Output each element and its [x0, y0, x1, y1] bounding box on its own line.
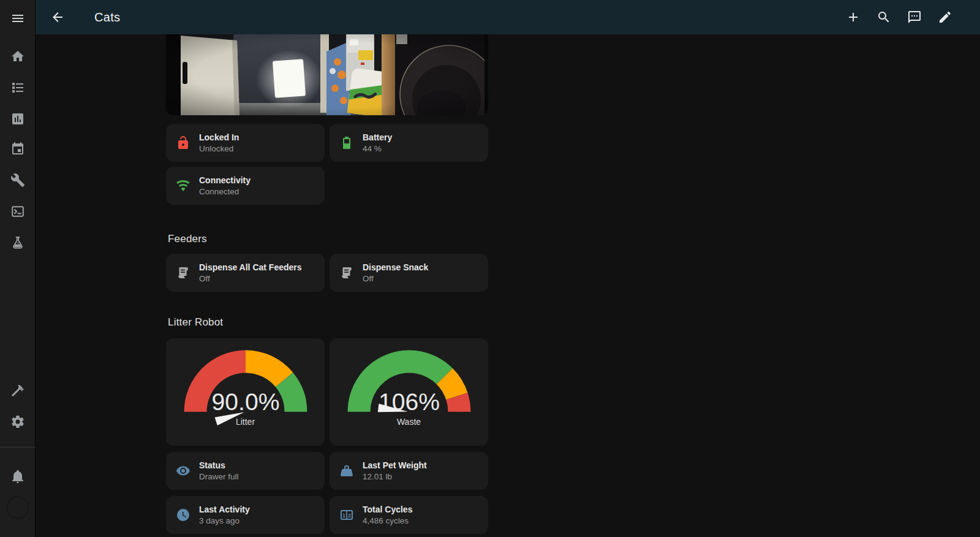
entity-card-last-pet-weight[interactable]: Last Pet Weight 12.01 lb: [330, 452, 488, 490]
entity-title: Battery: [363, 132, 392, 143]
sidebar-item-tools[interactable]: [10, 173, 25, 188]
entity-title: Connectivity: [199, 175, 251, 186]
entity-value: 3 days ago: [199, 516, 250, 527]
svg-text:2: 2: [348, 512, 351, 519]
plus-icon: [846, 10, 861, 25]
list-icon: [10, 80, 25, 95]
camera-scene: [166, 34, 488, 115]
waste-gauge: 106%: [344, 347, 474, 415]
entity-value: Connected: [199, 186, 251, 197]
search-icon: [876, 10, 891, 25]
entity-value: 44 %: [363, 143, 392, 154]
gauge-label: Waste: [397, 417, 421, 427]
entity-title: Last Pet Weight: [363, 460, 427, 471]
gauge-label: Litter: [236, 417, 255, 427]
sidebar-item-settings[interactable]: [10, 414, 25, 429]
counter-icon: 1 2: [339, 508, 354, 522]
entity-title: Dispense All Cat Feeders: [199, 262, 302, 273]
back-button[interactable]: [50, 10, 65, 25]
entity-card-locked-in[interactable]: Locked In Unlocked: [166, 124, 325, 162]
calendar-icon: [10, 142, 25, 156]
eye-icon: [176, 463, 190, 478]
flask-icon: [10, 235, 25, 250]
section-heading-litter-robot: Litter Robot: [168, 316, 488, 329]
entity-value: 4,486 cycles: [363, 516, 412, 527]
entity-card-status[interactable]: Status Drawer full: [166, 452, 325, 490]
entity-title: Total Cycles: [363, 504, 412, 515]
svg-text:1: 1: [342, 512, 345, 519]
entity-title: Last Activity: [199, 504, 250, 515]
entity-card-battery[interactable]: Battery 44 %: [330, 124, 488, 162]
wrench-icon: [10, 173, 25, 188]
notifications-button[interactable]: [10, 469, 25, 484]
assist-button[interactable]: [907, 10, 922, 25]
gauge-card-litter[interactable]: 90.0% Litter: [166, 338, 325, 446]
lock-open-icon: [176, 135, 190, 150]
gauge-card-waste[interactable]: 106% Waste: [330, 338, 488, 446]
feeder-icon: [176, 265, 190, 280]
home-icon: [10, 49, 25, 64]
battery-icon: [339, 135, 354, 150]
dashboard-column: Locked In Unlocked Battery 44 %: [166, 34, 488, 534]
weight-icon: [339, 463, 354, 478]
wifi-icon: [176, 178, 190, 193]
card-row: Last Activity 3 days ago 1 2 Total Cycle…: [166, 496, 488, 534]
entity-title: Status: [199, 460, 239, 471]
entity-value: 12.01 lb: [363, 471, 427, 482]
edit-button[interactable]: [938, 10, 952, 25]
bar-chart-icon: [10, 112, 25, 126]
entity-value: Unlocked: [199, 143, 239, 154]
sidebar-item-developer-tools[interactable]: [10, 383, 25, 398]
chat-bubble-icon: [907, 10, 922, 25]
feeder-icon: [339, 265, 354, 280]
section-heading-feeders: Feeders: [168, 233, 488, 245]
search-button[interactable]: [876, 10, 891, 25]
entity-value: Drawer full: [199, 471, 239, 482]
entity-card-dispense-all[interactable]: Dispense All Cat Feeders Off: [166, 254, 325, 292]
card-row: Connectivity Connected: [166, 167, 488, 205]
gear-icon: [10, 414, 25, 429]
sidebar-item-list[interactable]: [10, 80, 25, 95]
litter-gauge: 90.0%: [181, 347, 311, 415]
sidebar: [0, 0, 36, 537]
svg-text:90.0%: 90.0%: [211, 389, 279, 415]
bell-icon: [10, 469, 25, 484]
entity-title: Dispense Snack: [363, 262, 428, 273]
card-row: Locked In Unlocked Battery 44 %: [166, 124, 488, 162]
entity-value: Off: [199, 273, 302, 284]
sidebar-item-terminal[interactable]: [10, 204, 25, 219]
entity-card-dispense-snack[interactable]: Dispense Snack Off: [330, 254, 488, 292]
entity-card-connectivity[interactable]: Connectivity Connected: [166, 167, 325, 205]
avatar[interactable]: [7, 497, 29, 519]
clock-icon: [176, 508, 190, 522]
entity-card-total-cycles[interactable]: 1 2 Total Cycles 4,486 cycles: [330, 496, 488, 534]
entity-card-last-activity[interactable]: Last Activity 3 days ago: [166, 496, 325, 534]
hammer-icon: [10, 383, 25, 398]
pencil-icon: [938, 10, 952, 25]
camera-image[interactable]: [166, 34, 488, 115]
sidebar-divider: [0, 447, 36, 448]
sidebar-item-home[interactable]: [10, 49, 25, 64]
sidebar-item-calendar[interactable]: [10, 142, 25, 156]
page-title: Cats: [94, 10, 120, 25]
sidebar-item-history[interactable]: [10, 112, 25, 126]
arrow-left-icon: [50, 10, 65, 25]
app: Cats: [0, 0, 980, 537]
gauge-row: 90.0% Litter 106% Waste: [166, 338, 488, 446]
header: Cats: [36, 0, 980, 34]
add-button[interactable]: [846, 10, 861, 25]
entity-value: Off: [363, 273, 428, 284]
card-row: Dispense All Cat Feeders Off: [166, 254, 488, 292]
menu-icon[interactable]: [10, 11, 25, 26]
terminal-icon: [10, 204, 25, 219]
sidebar-item-lab[interactable]: [10, 235, 25, 250]
card-row: Status Drawer full Last Pet Weight 12.01…: [166, 452, 488, 490]
entity-title: Locked In: [199, 132, 239, 143]
